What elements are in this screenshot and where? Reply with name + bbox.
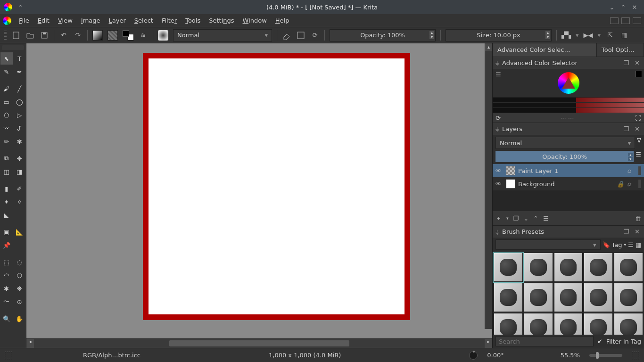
canvas-viewport[interactable]: ▴: [26, 43, 492, 338]
alpha-icon[interactable]: α: [627, 167, 635, 174]
filter-label[interactable]: Filter in Tag: [606, 338, 641, 345]
mirror-h-button[interactable]: ▞▚: [561, 31, 571, 40]
opacity-up[interactable]: ▴: [429, 31, 434, 35]
size-slider[interactable]: Size: 10.00 px ▴▾: [446, 29, 552, 41]
menu-view[interactable]: View: [54, 15, 76, 26]
brush-preset[interactable]: [584, 253, 613, 282]
color-wheel[interactable]: [558, 72, 579, 94]
rotation-indicator[interactable]: [469, 351, 478, 360]
grid-view-icon[interactable]: ▦: [636, 241, 641, 248]
fill-tool[interactable]: ▮: [0, 182, 13, 195]
brush-preset[interactable]: [584, 313, 613, 335]
freehand-path-tool[interactable]: ᔑ: [14, 122, 26, 134]
pin-icon[interactable]: ⌃: [18, 4, 23, 11]
alpha-lock-button[interactable]: [296, 31, 305, 40]
brush-preset[interactable]: [524, 253, 553, 282]
visibility-icon[interactable]: 👁: [495, 181, 503, 188]
app-menu-icon[interactable]: [3, 16, 11, 25]
line-tool[interactable]: ╱: [14, 82, 26, 95]
lazy-brush-tool[interactable]: ✧: [14, 196, 26, 208]
float-panel-icon[interactable]: ❐: [622, 59, 630, 66]
zoom-slider[interactable]: [589, 354, 622, 357]
menu-select[interactable]: Select: [131, 15, 157, 26]
dyna-tool[interactable]: ✏: [0, 135, 13, 148]
delete-layer-button[interactable]: 🗑: [635, 215, 641, 222]
ellipse-select-tool[interactable]: ◌: [14, 256, 26, 268]
layer-settings-icon[interactable]: ☰: [636, 151, 641, 162]
fg-bg-color[interactable]: [123, 30, 134, 41]
pattern-swatch[interactable]: [107, 30, 118, 41]
move-tool[interactable]: ✥: [14, 152, 26, 165]
reference-tool[interactable]: 📌: [0, 239, 13, 251]
undo-button[interactable]: ↶: [59, 31, 68, 40]
color-profile-label[interactable]: RGB/Alph…btrc.icc: [83, 352, 140, 359]
rect-tool[interactable]: ▭: [0, 96, 13, 108]
menu-image[interactable]: Image: [77, 15, 104, 26]
minimize-button[interactable]: ⌄: [606, 4, 618, 11]
brush-preset[interactable]: [554, 283, 583, 312]
close-panel-icon[interactable]: ✕: [633, 228, 641, 235]
polyline-tool[interactable]: ▷: [14, 109, 26, 121]
reload-preset-button[interactable]: ⟳: [310, 31, 320, 40]
contiguous-select-tool[interactable]: ✱: [0, 282, 13, 295]
zoom-fit-icon[interactable]: [632, 352, 639, 359]
size-down[interactable]: ▾: [545, 35, 550, 39]
scroll-left-icon[interactable]: ◂: [26, 339, 34, 348]
brush-preview[interactable]: [158, 30, 168, 41]
gear-icon[interactable]: ☰: [495, 71, 501, 78]
list-view-icon[interactable]: ☰: [628, 241, 634, 248]
free-transform-tool[interactable]: ◨: [14, 165, 26, 178]
color-history[interactable]: [493, 97, 644, 113]
bezier-select-tool[interactable]: 〜: [0, 296, 13, 308]
pan-tool[interactable]: ✋: [14, 313, 26, 325]
polygon-tool[interactable]: ⬠: [0, 109, 13, 121]
menu-tools[interactable]: Tools: [182, 15, 204, 26]
zoom-value[interactable]: 55.5%: [561, 352, 580, 359]
calligraphy-tool[interactable]: ✒: [14, 66, 26, 78]
menu-window[interactable]: Window: [239, 15, 271, 26]
redo-button[interactable]: ↷: [73, 31, 83, 40]
blank-tool[interactable]: [14, 239, 26, 251]
float-panel-icon[interactable]: ❐: [622, 125, 630, 132]
text-tool[interactable]: T: [14, 52, 26, 65]
poly-select-tool[interactable]: ⬡: [14, 269, 26, 281]
menu-file[interactable]: File: [15, 15, 33, 26]
assistant-tool[interactable]: ▣: [0, 226, 13, 238]
layer-opacity-slider[interactable]: Opacity: 100% ▴▾: [495, 151, 634, 162]
duplicate-layer-button[interactable]: ❐: [513, 215, 519, 222]
brush-preset[interactable]: [584, 283, 613, 312]
brush-preset[interactable]: [614, 283, 643, 312]
workspace-button[interactable]: ▦: [619, 31, 629, 40]
brush-settings-icon[interactable]: ≋: [139, 31, 148, 40]
lock-icon[interactable]: 🔒: [617, 181, 624, 188]
brush-preset[interactable]: [494, 313, 523, 335]
float-panel-icon[interactable]: ❐: [622, 228, 630, 235]
layer-filter-icon[interactable]: ∇: [637, 137, 641, 149]
move-up-button[interactable]: ⌃: [533, 215, 538, 222]
blend-mode-dropdown[interactable]: Normal ▾: [173, 29, 272, 41]
selection-mask-icon[interactable]: [5, 352, 12, 359]
bezier-tool[interactable]: 〰: [0, 122, 13, 134]
layer-item[interactable]: 👁 Background 🔒 α: [493, 177, 644, 190]
menu-help[interactable]: Help: [272, 15, 293, 26]
workspace-icon[interactable]: [610, 17, 619, 24]
chevron-down-icon[interactable]: ▾: [598, 32, 601, 39]
add-layer-button[interactable]: ＋: [495, 214, 502, 222]
horizontal-scrollbar[interactable]: ◂ ▸: [26, 338, 492, 348]
gradient-swatch[interactable]: [92, 30, 103, 41]
freehand-select-tool[interactable]: ◠: [0, 269, 13, 281]
multi-brush-tool[interactable]: ✾: [14, 135, 26, 148]
chevron-down-icon[interactable]: ▾: [506, 216, 509, 221]
workspace-icon-2[interactable]: [621, 17, 630, 24]
menu-filter[interactable]: Filter: [158, 15, 181, 26]
transform-tool[interactable]: ⬉: [0, 52, 13, 65]
similar-select-tool[interactable]: ❋: [14, 282, 26, 295]
magnetic-select-tool[interactable]: ⊙: [14, 296, 26, 308]
brush-preset[interactable]: [524, 283, 553, 312]
layer-blend-dropdown[interactable]: Normal ▾: [495, 137, 635, 149]
wrap-button[interactable]: ⇱: [605, 31, 615, 40]
preset-tag-dropdown[interactable]: ▾: [495, 239, 601, 250]
eraser-mode-button[interactable]: [282, 31, 291, 40]
smart-fill-tool[interactable]: ✦: [0, 196, 13, 208]
layer-item[interactable]: 👁 Paint Layer 1 α: [493, 164, 644, 177]
